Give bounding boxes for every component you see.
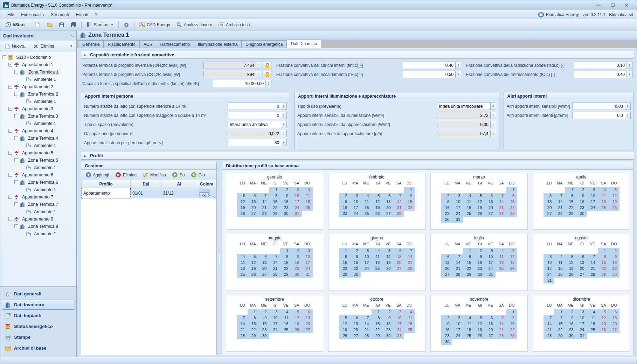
archivio-testi-button[interactable]: abArchivio testi	[216, 20, 252, 29]
day-cell[interactable]: 1	[506, 187, 517, 193]
day-cell[interactable]: 2	[339, 193, 350, 199]
day-cell[interactable]: 24	[587, 205, 598, 211]
day-cell[interactable]: 16	[280, 199, 291, 205]
analizza-lavoro-button[interactable]: Analizza lavoro	[174, 20, 215, 29]
day-cell[interactable]: 4	[463, 193, 474, 199]
day-cell[interactable]: 23	[441, 333, 452, 339]
day-cell[interactable]: 15	[506, 321, 517, 327]
field-input[interactable]	[403, 71, 455, 78]
day-cell[interactable]: 17	[587, 199, 598, 205]
spinner-buttons[interactable]: ▲▼	[455, 62, 461, 69]
day-cell[interactable]: 4	[361, 193, 372, 199]
tree-item-appartamento-5[interactable]: −Appartamento 5	[1, 149, 76, 156]
field-input[interactable]	[213, 80, 265, 87]
field-input[interactable]	[228, 121, 281, 128]
day-cell[interactable]: 2	[441, 193, 452, 199]
bstart-button[interactable]: bStart	[2, 20, 28, 29]
elimina-profile-button[interactable]: Elimina	[113, 170, 139, 180]
day-cell[interactable]: 8	[339, 254, 350, 260]
day-cell[interactable]: 1	[339, 248, 350, 254]
day-cell[interactable]: 1	[598, 248, 609, 254]
day-cell[interactable]: 18	[554, 266, 565, 272]
day-cell[interactable]: 29	[506, 333, 517, 339]
day-cell[interactable]: 3	[485, 248, 496, 254]
day-cell[interactable]: 16	[565, 321, 576, 327]
tree-item-appartamento-4[interactable]: −Appartamento 4	[1, 127, 76, 134]
day-cell[interactable]: 16	[609, 260, 619, 266]
day-cell[interactable]: 3	[269, 309, 280, 315]
day-cell[interactable]: 14	[258, 199, 269, 205]
day-cell[interactable]: 12	[598, 315, 609, 321]
day-cell[interactable]: 25	[372, 266, 382, 272]
tree-expand-icon[interactable]: −	[8, 195, 12, 199]
day-cell[interactable]: 29	[372, 333, 382, 339]
day-cell[interactable]: 1	[565, 187, 576, 193]
field-input[interactable]	[228, 112, 281, 119]
day-cell[interactable]: 21	[543, 327, 554, 333]
day-cell[interactable]: 2	[441, 315, 452, 321]
day-cell[interactable]: 21	[258, 205, 269, 211]
day-cell[interactable]: 10	[350, 199, 361, 205]
day-cell[interactable]: 28	[361, 333, 372, 339]
day-cell[interactable]: 21	[404, 260, 415, 266]
day-cell[interactable]: 4	[587, 309, 598, 315]
day-cell[interactable]: 11	[361, 199, 372, 205]
day-cell[interactable]: 3	[361, 248, 372, 254]
day-cell[interactable]: 29	[506, 211, 517, 217]
day-cell[interactable]: 8	[269, 193, 280, 199]
day-cell[interactable]: 24	[452, 333, 463, 339]
spinner-buttons[interactable]: ▲▼	[281, 103, 287, 110]
day-cell[interactable]: 4	[404, 309, 415, 315]
day-cell[interactable]: 22	[463, 266, 474, 272]
day-cell[interactable]: 1	[506, 309, 517, 315]
day-cell[interactable]: 17	[361, 260, 372, 266]
day-cell[interactable]: 26	[506, 266, 517, 272]
day-cell[interactable]: 21	[269, 266, 280, 272]
day-cell[interactable]: 1	[280, 248, 291, 254]
day-cell[interactable]: 15	[463, 260, 474, 266]
day-cell[interactable]: 28	[554, 211, 565, 217]
day-cell[interactable]: 24	[485, 266, 496, 272]
day-cell[interactable]: 23	[280, 205, 291, 211]
day-cell[interactable]: 18	[463, 327, 474, 333]
day-cell[interactable]: 26	[372, 211, 382, 217]
day-cell[interactable]: 8	[554, 315, 565, 321]
day-cell[interactable]: 6	[393, 248, 404, 254]
day-cell[interactable]: 2	[609, 248, 619, 254]
day-cell[interactable]: 28	[587, 272, 598, 278]
day-cell[interactable]: 4	[372, 248, 382, 254]
day-cell[interactable]: 3	[452, 315, 463, 321]
day-cell[interactable]: 19	[565, 266, 576, 272]
day-cell[interactable]: 4	[598, 187, 609, 193]
day-cell[interactable]: 8	[280, 254, 291, 260]
day-cell[interactable]: 19	[372, 205, 382, 211]
spinner-buttons[interactable]: ▲▼	[281, 112, 287, 119]
day-cell[interactable]: 18	[372, 260, 382, 266]
day-cell[interactable]: 14	[361, 321, 372, 327]
day-cell[interactable]: 11	[598, 193, 609, 199]
day-cell[interactable]: 25	[463, 211, 474, 217]
day-cell[interactable]: 12	[237, 199, 248, 205]
day-cell[interactable]: 29	[269, 211, 280, 217]
day-cell[interactable]: 4	[463, 315, 474, 321]
day-cell[interactable]: 18	[463, 205, 474, 211]
day-cell[interactable]: 30	[350, 272, 361, 278]
day-cell[interactable]: 7	[452, 254, 463, 260]
field-input[interactable]	[228, 139, 281, 146]
tree-expand-icon[interactable]: −	[8, 151, 12, 155]
tree-item-root[interactable]: −S110 - Codominio	[1, 54, 76, 61]
day-cell[interactable]: 2	[258, 309, 269, 315]
day-cell[interactable]: 31	[291, 211, 302, 217]
day-cell[interactable]: 7	[361, 315, 372, 321]
tree-item-zona-termica-7[interactable]: −Zona Termica 7	[1, 201, 76, 208]
day-cell[interactable]: 27	[393, 266, 404, 272]
day-cell[interactable]: 8	[372, 315, 382, 321]
day-cell[interactable]: 7	[554, 193, 565, 199]
cad-energy-button[interactable]: CAD Energy	[137, 20, 173, 29]
day-cell[interactable]: 9	[382, 315, 393, 321]
day-cell[interactable]: 1	[248, 309, 258, 315]
day-cell[interactable]: 22	[565, 205, 576, 211]
day-cell[interactable]: 7	[393, 193, 404, 199]
field-input[interactable]	[437, 103, 490, 110]
day-cell[interactable]: 27	[350, 333, 361, 339]
